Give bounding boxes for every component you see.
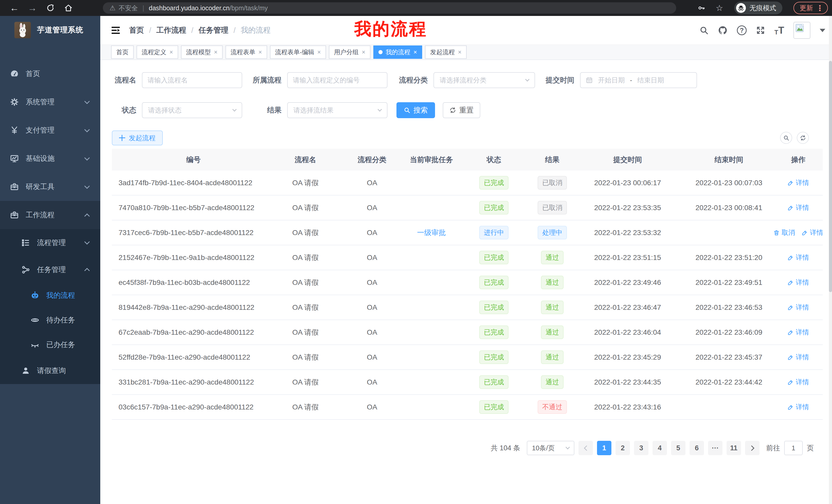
sidebar-item-流程管理[interactable]: 流程管理 [0, 229, 100, 256]
detail-link[interactable]: 详情 [787, 353, 809, 362]
password-key-icon[interactable] [694, 0, 709, 16]
browser-back-icon[interactable] [7, 0, 22, 16]
start-process-button[interactable]: 发起流程 [112, 131, 163, 145]
address-bar[interactable]: 不安全 | dashboard.yudao.iocoder.cn/bpm/tas… [103, 2, 676, 13]
sidebar-item-工作流程[interactable]: 工作流程 [0, 201, 100, 229]
sidebar-item-我的流程[interactable]: 我的流程 [0, 283, 100, 308]
show-search-toggle-button[interactable] [780, 132, 792, 144]
close-icon[interactable]: × [214, 49, 217, 55]
cancel-link[interactable]: 取消 [774, 228, 795, 237]
row-action-links: 详情 [787, 278, 809, 287]
cell-process-name: OA 请假 [275, 278, 336, 287]
breadcrumb-item[interactable]: 首页 [129, 25, 144, 35]
page-button-4[interactable]: 4 [653, 441, 667, 455]
github-icon[interactable] [718, 25, 728, 35]
tab-用户分组[interactable]: 用户分组× [329, 46, 370, 59]
page-button-5[interactable]: 5 [671, 441, 685, 455]
tab-流程模型[interactable]: 流程模型× [181, 46, 223, 59]
cell-current-task[interactable]: 一级审批 [408, 228, 454, 237]
font-size-icon[interactable] [774, 25, 784, 36]
help-icon[interactable] [737, 25, 747, 35]
page-button-1[interactable]: 1 [597, 441, 612, 455]
sidebar-item-已办任务[interactable]: 已办任务 [0, 332, 100, 357]
parent-process-input[interactable] [287, 72, 387, 88]
tab-我的流程[interactable]: 我的流程× [373, 46, 422, 59]
process-name-input[interactable] [142, 72, 242, 88]
sidebar-item-支付管理[interactable]: 支付管理 [0, 116, 100, 144]
detail-link[interactable]: 详情 [787, 253, 809, 262]
sidebar-item-待办任务[interactable]: 待办任务 [0, 308, 100, 332]
page-button-11[interactable]: 11 [727, 441, 741, 455]
result-select[interactable]: 请选择流结果 [287, 102, 387, 118]
fullscreen-icon[interactable] [756, 26, 765, 35]
next-page-button[interactable] [745, 441, 759, 455]
tab-首页[interactable]: 首页 [111, 46, 134, 59]
more-pages-button[interactable]: ··· [708, 441, 723, 455]
tab-流程表单[interactable]: 流程表单× [226, 46, 267, 59]
scrollbar-thumb[interactable] [829, 61, 832, 292]
close-icon[interactable]: × [362, 49, 365, 55]
sidebar-item-系统管理[interactable]: 系统管理 [0, 88, 100, 116]
browser-home-icon[interactable] [61, 0, 76, 16]
avatar-caret-icon[interactable] [820, 29, 825, 35]
action-label: 详情 [796, 178, 809, 187]
close-icon[interactable]: × [258, 49, 262, 55]
search-button[interactable]: 搜索 [396, 102, 435, 118]
reset-button[interactable]: 重置 [443, 102, 480, 118]
result-badge: 通过 [541, 301, 564, 314]
flow-icon [21, 265, 30, 274]
sidebar-collapse-icon[interactable] [110, 25, 121, 36]
close-icon[interactable]: × [413, 49, 417, 55]
goto-page-input[interactable]: 1 [784, 441, 803, 455]
detail-link[interactable]: 详情 [787, 402, 809, 412]
bookmark-star-icon[interactable] [712, 0, 727, 16]
cell-process-id: 7317cec6-7b9b-11ec-b5b7-acde48001122 [112, 229, 275, 237]
page-button-6[interactable]: 6 [690, 441, 704, 455]
browser-reload-icon[interactable] [43, 0, 58, 16]
breadcrumb-separator: / [149, 26, 151, 35]
close-icon[interactable]: × [170, 49, 173, 55]
page-button-2[interactable]: 2 [616, 441, 630, 455]
detail-link[interactable]: 详情 [787, 278, 809, 287]
refresh-table-button[interactable] [797, 132, 809, 144]
close-icon[interactable]: × [317, 49, 321, 55]
breadcrumb-item[interactable]: 任务管理 [199, 25, 228, 35]
tab-流程表单-编辑[interactable]: 流程表单-编辑× [270, 46, 326, 59]
avatar[interactable] [794, 22, 810, 39]
status-select[interactable]: 请选择状态 [142, 102, 242, 118]
detail-link[interactable]: 详情 [787, 203, 809, 212]
browser-menu-kebab-icon[interactable] [816, 4, 824, 12]
page-button-3[interactable]: 3 [634, 441, 648, 455]
detail-link[interactable]: 详情 [787, 328, 809, 337]
browser-update-button[interactable]: 更新 [794, 2, 828, 14]
page-size-select[interactable]: 10条/页 [527, 441, 574, 455]
browser-forward-icon[interactable] [25, 0, 40, 16]
sidebar-item-研发工具[interactable]: 研发工具 [0, 173, 100, 201]
sidebar-item-任务管理[interactable]: 任务管理 [0, 256, 100, 283]
tab-流程定义[interactable]: 流程定义× [136, 46, 178, 59]
page-scrollbar[interactable] [829, 16, 832, 504]
breadcrumb-separator: / [233, 26, 235, 35]
column-header-状态: 状态 [454, 155, 533, 165]
tab-发起流程[interactable]: 发起流程× [425, 46, 467, 59]
close-icon[interactable]: × [458, 49, 462, 55]
app-logo[interactable]: 芋道管理系统 [0, 16, 100, 44]
sidebar-item-请假查询[interactable]: 请假查询 [0, 357, 100, 384]
prev-page-button[interactable] [578, 441, 593, 455]
detail-link[interactable]: 详情 [787, 377, 809, 387]
row-action-links: 详情 [787, 303, 809, 312]
sidebar-item-首页[interactable]: 首页 [0, 60, 100, 88]
action-label: 详情 [796, 278, 809, 287]
submit-time-range-picker[interactable]: 开始日期 - 结束日期 [580, 72, 697, 88]
detail-link[interactable]: 详情 [802, 228, 823, 237]
category-select[interactable]: 请选择流程分类 [434, 72, 535, 88]
detail-link[interactable]: 详情 [787, 303, 809, 312]
page-number-list: 123456···11 [597, 441, 741, 455]
sidebar-menu: 首页系统管理支付管理基础设施研发工具工作流程流程管理任务管理我的流程待办任务已办… [0, 60, 100, 384]
cell-submit-time: 2022-01-23 00:06:17 [571, 179, 684, 187]
breadcrumb-item[interactable]: 工作流程 [156, 25, 186, 35]
detail-link[interactable]: 详情 [787, 178, 809, 187]
header-search-icon[interactable] [699, 26, 709, 35]
sidebar-item-基础设施[interactable]: 基础设施 [0, 144, 100, 173]
row-action-links: 详情 [787, 353, 809, 362]
